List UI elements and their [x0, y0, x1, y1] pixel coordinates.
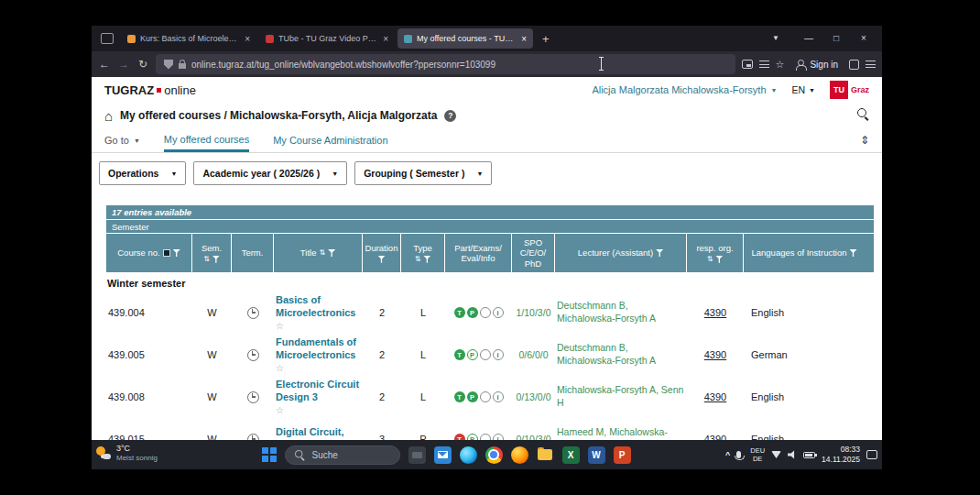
desktop-app-icon[interactable]: [408, 446, 426, 464]
sort-icon[interactable]: ⇅: [203, 256, 210, 263]
filter-icon[interactable]: [715, 256, 723, 263]
battery-icon[interactable]: [803, 452, 815, 458]
filter-icon[interactable]: [212, 256, 220, 263]
home-icon[interactable]: ⌂: [104, 109, 113, 123]
tab-my-course-administration[interactable]: My Course Administration: [273, 128, 387, 152]
spo-link[interactable]: 0/13/0/0: [517, 391, 551, 402]
clock-icon[interactable]: [247, 307, 259, 319]
info-badge[interactable]: i: [493, 307, 504, 318]
sort-icon[interactable]: ⇅: [707, 256, 713, 263]
course-title-link[interactable]: Fundamentals of Microelectronics: [276, 336, 361, 362]
tray-chevron-up-icon[interactable]: ^: [725, 450, 730, 459]
site-logo[interactable]: TUGRAZ online: [104, 83, 196, 97]
registration-badge[interactable]: T: [454, 349, 465, 360]
filter-icon[interactable]: [656, 249, 663, 257]
start-button[interactable]: [262, 447, 277, 462]
exam-badge[interactable]: P: [467, 391, 478, 402]
list-all-tabs-icon[interactable]: ▼: [766, 26, 786, 51]
reload-button[interactable]: ↻: [136, 58, 149, 71]
browser-tab-1[interactable]: Kurs: Basics of Microelectronics ×: [121, 28, 256, 49]
lecturer-link[interactable]: Deutschmann B, Michalowska-Forsyth A: [557, 342, 685, 367]
filter-icon[interactable]: [423, 256, 430, 263]
forward-button[interactable]: →: [117, 58, 130, 71]
info-badge[interactable]: i: [493, 349, 504, 360]
org-link[interactable]: 4390: [704, 349, 726, 360]
lecturer-link[interactable]: Hameed M, Michalowska-Forsyth A: [557, 426, 685, 440]
column-header-languages[interactable]: Languages of Instruction: [744, 234, 865, 272]
org-link[interactable]: 4390: [704, 434, 726, 440]
column-header-spo[interactable]: SPO C/E/O/ PhD: [512, 234, 555, 272]
spo-link[interactable]: 0/6/0/0: [518, 349, 548, 360]
registration-badge[interactable]: T: [454, 307, 465, 318]
column-header-term[interactable]: Term.: [232, 234, 274, 272]
favorite-star-icon[interactable]: ☆: [276, 405, 361, 415]
spo-link[interactable]: 0/10/3/0: [517, 434, 551, 440]
help-icon[interactable]: ?: [444, 110, 456, 122]
powerpoint-icon[interactable]: P: [614, 446, 631, 464]
search-icon[interactable]: [857, 108, 869, 120]
evaluation-badge[interactable]: [480, 349, 491, 360]
firefox-icon[interactable]: [511, 446, 528, 464]
filter-icon[interactable]: [173, 249, 180, 257]
favorite-star-icon[interactable]: ☆: [276, 363, 361, 373]
column-header-type[interactable]: Type ⇅: [401, 234, 445, 272]
close-button[interactable]: ×: [850, 26, 877, 51]
exam-badge[interactable]: P: [467, 307, 478, 318]
info-badge[interactable]: i: [493, 391, 504, 402]
keyboard-language[interactable]: DEU DE: [750, 446, 765, 464]
favorite-star-icon[interactable]: ☆: [276, 321, 361, 331]
column-header-resp-org[interactable]: resp. org. ⇅: [687, 234, 744, 272]
extensions-icon[interactable]: [849, 60, 859, 70]
excel-icon[interactable]: X: [562, 446, 580, 464]
course-title-link[interactable]: Digital Circuit, Laboratory: [276, 426, 361, 440]
lock-icon[interactable]: [179, 63, 186, 69]
filter-icon[interactable]: [378, 256, 386, 263]
language-selector[interactable]: EN ▼: [791, 84, 815, 95]
wifi-icon[interactable]: [771, 451, 781, 458]
spo-link[interactable]: 1/10/3/0: [517, 307, 551, 318]
course-title-link[interactable]: Electronic Circuit Design 3: [276, 379, 361, 404]
tab-close-icon[interactable]: ×: [521, 34, 527, 44]
evaluation-badge[interactable]: [480, 307, 491, 318]
sort-icon[interactable]: ⇅: [415, 256, 421, 263]
column-header-duration[interactable]: Duration: [363, 234, 401, 272]
new-tab-button[interactable]: +: [536, 32, 556, 46]
browser-tab-2[interactable]: TUbe - TU Graz Video Portal ×: [259, 28, 395, 49]
back-button[interactable]: ←: [98, 58, 111, 71]
course-title-link[interactable]: Basics of Microelectronics: [276, 294, 361, 320]
evaluation-badge[interactable]: [480, 434, 491, 440]
operations-dropdown[interactable]: Operations ▼: [99, 161, 186, 185]
word-icon[interactable]: W: [588, 446, 605, 464]
notification-icon[interactable]: [866, 450, 877, 459]
maximize-button[interactable]: □: [822, 26, 850, 51]
exam-badge[interactable]: P: [467, 349, 478, 360]
expand-collapse-icon[interactable]: ⇕: [860, 134, 869, 147]
sign-in-button[interactable]: Sign in: [790, 60, 843, 70]
select-all-icon[interactable]: [163, 249, 170, 257]
filter-icon[interactable]: [328, 249, 335, 257]
url-bar[interactable]: online.tugraz.at/tug_online/wblvangebot.…: [156, 54, 735, 74]
info-badge[interactable]: i: [493, 434, 504, 440]
translate-icon[interactable]: [759, 60, 769, 68]
taskbar-search[interactable]: Suche: [285, 446, 400, 465]
microphone-icon[interactable]: [736, 451, 741, 458]
weather-widget[interactable]: 3°C Meist sonnig: [96, 444, 158, 462]
bookmark-star-icon[interactable]: ☆: [776, 59, 785, 71]
volume-icon[interactable]: [788, 450, 797, 459]
registration-badge[interactable]: T: [454, 391, 465, 402]
shield-icon[interactable]: [164, 60, 173, 70]
grouping-dropdown[interactable]: Grouping ( Semester ) ▼: [354, 161, 492, 185]
file-explorer-icon[interactable]: [537, 446, 554, 464]
browser-tab-3-active[interactable]: My offered courses - TUGRAZo... ×: [397, 28, 533, 49]
registration-badge[interactable]: T: [454, 434, 465, 440]
tab-close-icon[interactable]: ×: [245, 34, 250, 44]
lecturer-link[interactable]: Michalowska-Forsyth A, Senn H: [557, 384, 685, 409]
tab-close-icon[interactable]: ×: [383, 34, 388, 44]
edge-icon[interactable]: [460, 446, 477, 464]
reader-mode-icon[interactable]: [742, 60, 753, 69]
menu-icon[interactable]: [866, 60, 876, 68]
mail-icon[interactable]: [434, 446, 452, 464]
firefox-view-icon[interactable]: [101, 33, 114, 44]
column-header-part-exams[interactable]: Part/Exams/ Eval/Info: [445, 234, 512, 272]
clock-widget[interactable]: 08:33 14.11.2025: [822, 445, 860, 465]
